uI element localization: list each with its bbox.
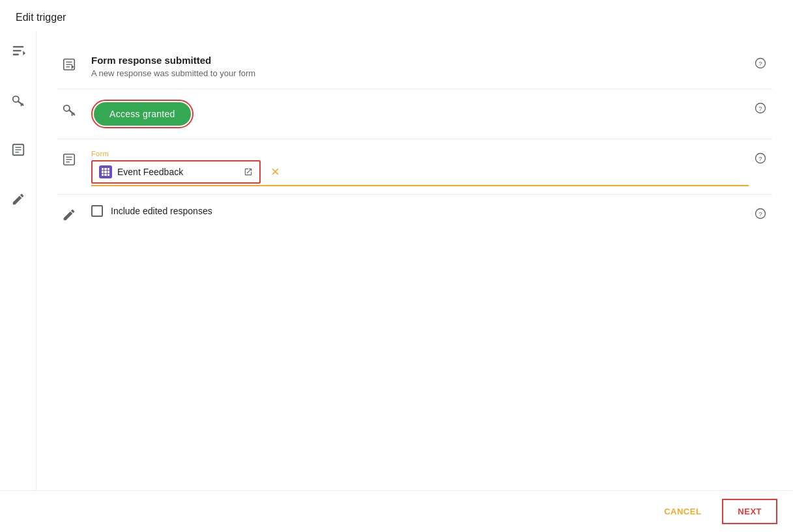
access-section-body: Access granted xyxy=(81,100,749,128)
include-edited-checkbox[interactable] xyxy=(91,205,103,217)
form-field-icon xyxy=(99,165,112,178)
page-title: Edit trigger xyxy=(16,12,66,23)
next-button-wrapper: NEXT xyxy=(722,499,777,524)
external-link-icon[interactable] xyxy=(244,167,253,176)
sidebar-icon-list[interactable] xyxy=(7,138,30,161)
sidebar-icon-key[interactable] xyxy=(7,89,30,112)
access-help-icon[interactable]: ? xyxy=(749,102,772,114)
form-field-value: Event Feedback xyxy=(117,167,240,177)
svg-marker-3 xyxy=(23,51,25,55)
svg-text:?: ? xyxy=(758,105,762,112)
form-clear-button[interactable]: × xyxy=(268,165,282,179)
form-section-icon xyxy=(57,152,81,167)
checkbox-section-body: Include edited responses xyxy=(81,205,749,217)
svg-rect-0 xyxy=(12,46,23,48)
svg-marker-16 xyxy=(72,64,74,69)
checkbox-section-icon xyxy=(57,208,81,222)
access-section-icon xyxy=(57,102,81,117)
trigger-section-icon xyxy=(57,57,81,72)
header: Edit trigger xyxy=(0,0,793,31)
checkbox-label: Include edited responses xyxy=(111,206,212,216)
trigger-help-icon[interactable]: ? xyxy=(749,57,772,69)
access-granted-wrapper: Access granted xyxy=(91,100,194,128)
form-icon-grid xyxy=(102,168,109,176)
svg-rect-2 xyxy=(12,54,18,55)
trigger-section: Form response submitted A new response w… xyxy=(57,44,772,89)
main-content: Form response submitted A new response w… xyxy=(36,31,793,490)
form-help-icon[interactable]: ? xyxy=(749,152,772,164)
checkbox-help-icon[interactable]: ? xyxy=(749,208,772,219)
checkbox-row: Include edited responses xyxy=(91,205,749,217)
cancel-button[interactable]: CANCEL xyxy=(654,501,712,522)
svg-text:?: ? xyxy=(758,155,762,162)
next-button[interactable]: NEXT xyxy=(725,501,775,522)
page-container: Edit trigger xyxy=(0,0,793,532)
access-section: Access granted ? xyxy=(57,89,772,139)
content-area: Form response submitted A new response w… xyxy=(0,31,793,490)
form-label: Form xyxy=(91,150,749,158)
svg-rect-1 xyxy=(12,50,21,51)
checkbox-section: Include edited responses ? xyxy=(57,195,772,232)
sidebar-icon-edit[interactable] xyxy=(7,188,30,211)
form-section-body: Form xyxy=(81,150,749,184)
trigger-description: A new response was submitted to your for… xyxy=(91,68,749,78)
access-granted-button[interactable]: Access granted xyxy=(94,102,191,126)
svg-text:?: ? xyxy=(758,210,762,217)
svg-text:?: ? xyxy=(758,60,762,67)
sidebar xyxy=(0,31,36,490)
form-section: Form xyxy=(57,139,772,195)
sidebar-icon-trigger[interactable] xyxy=(7,39,30,63)
form-field[interactable]: Event Feedback xyxy=(94,163,258,181)
footer: CANCEL NEXT xyxy=(0,490,793,532)
trigger-section-body: Form response submitted A new response w… xyxy=(81,55,749,78)
trigger-title: Form response submitted xyxy=(91,55,749,66)
